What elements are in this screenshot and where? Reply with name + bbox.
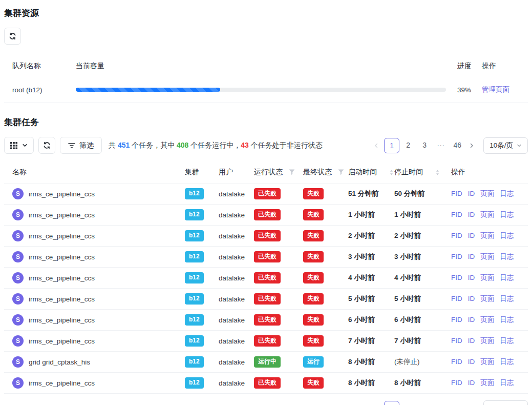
page-size-select[interactable]: 10条/页	[483, 400, 528, 405]
page-link[interactable]: 页面	[480, 295, 494, 302]
fid-link[interactable]: FID	[451, 274, 462, 281]
page-link[interactable]: 页面	[480, 274, 494, 281]
stop-time-sort-icon[interactable]	[435, 169, 440, 176]
page-3[interactable]: 3	[417, 138, 432, 153]
final-status-badge: 失败	[303, 293, 324, 305]
id-link[interactable]: ID	[468, 232, 475, 239]
log-link[interactable]: 日志	[500, 274, 514, 281]
final-status-badge: 运行	[303, 356, 324, 368]
tasks-refresh-button[interactable]	[38, 137, 55, 154]
fid-link[interactable]: FID	[451, 190, 462, 197]
refresh-icon	[43, 141, 51, 149]
fid-link[interactable]: FID	[451, 358, 462, 366]
page-link[interactable]: 页面	[480, 358, 494, 366]
fid-link[interactable]: FID	[451, 232, 462, 239]
fid-link[interactable]: FID	[451, 316, 462, 323]
final-status-badge: 失败	[303, 188, 324, 199]
task-name: irms_ce_pipeline_ccs	[29, 379, 95, 387]
page-link[interactable]: 页面	[480, 379, 494, 387]
id-link[interactable]: ID	[468, 190, 475, 197]
id-link[interactable]: ID	[468, 379, 475, 387]
resources-refresh-button[interactable]	[4, 28, 21, 45]
run-status-filter-icon[interactable]	[289, 169, 295, 175]
final-status-filter-icon[interactable]	[338, 169, 344, 175]
log-link[interactable]: 日志	[500, 190, 514, 197]
task-name: irms_ce_pipeline_ccs	[29, 337, 95, 345]
page-link[interactable]: 页面	[480, 337, 494, 345]
cluster-badge: b12	[185, 293, 204, 305]
log-link[interactable]: 日志	[500, 211, 514, 218]
page-link[interactable]: 页面	[480, 232, 494, 239]
progress-header: 进度	[457, 62, 482, 71]
log-link[interactable]: 日志	[500, 337, 514, 345]
page-2[interactable]: 2	[400, 401, 416, 405]
stop-time: 1 小时前	[394, 211, 421, 218]
page-link[interactable]: 页面	[480, 211, 494, 218]
final-status-badge: 失败	[303, 209, 324, 220]
user-header: 用户	[210, 162, 246, 184]
next-page-icon[interactable]	[465, 401, 478, 405]
stop-time: (未停止)	[394, 358, 420, 366]
task-user: datalake	[210, 310, 246, 331]
page-link[interactable]: 页面	[480, 316, 494, 323]
task-row: Sirms_ce_pipeline_ccs b12 datalake 已失败 失…	[4, 289, 528, 310]
id-link[interactable]: ID	[468, 253, 475, 260]
log-link[interactable]: 日志	[500, 295, 514, 302]
avatar: S	[12, 314, 24, 326]
start-time: 3 小时前	[348, 253, 375, 260]
cluster-badge: b12	[185, 230, 204, 241]
run-status-badge: 已失败	[254, 188, 281, 199]
stop-time-header: 停止时间	[386, 162, 443, 184]
task-user: datalake	[210, 373, 246, 394]
page-1[interactable]: 1	[384, 401, 399, 405]
id-link[interactable]: ID	[468, 274, 475, 281]
progress-value: 39%	[457, 86, 482, 94]
page-2[interactable]: 2	[400, 138, 416, 153]
page-3[interactable]: 3	[417, 401, 432, 405]
task-row: Sirms_ce_pipeline_ccs b12 datalake 已失败 失…	[4, 184, 528, 205]
fid-link[interactable]: FID	[451, 253, 462, 260]
fid-link[interactable]: FID	[451, 295, 462, 302]
cluster-tasks-title: 集群任务	[4, 116, 528, 128]
page-jump-ellipsis[interactable]: ···	[433, 401, 449, 405]
manage-page-link[interactable]: 管理页面	[482, 86, 509, 93]
final-status-badge: 失败	[303, 230, 324, 241]
id-link[interactable]: ID	[468, 337, 475, 345]
run-status-badge: 已失败	[254, 377, 281, 389]
tasks-summary: 共 451 个任务，其中 408 个任务运行中，43 个任务处于非运行状态	[109, 141, 323, 150]
column-settings-button[interactable]	[4, 137, 34, 154]
page-46[interactable]: 46	[450, 138, 465, 153]
start-time: 8 小时前	[348, 379, 375, 387]
fid-link[interactable]: FID	[451, 337, 462, 345]
task-name: irms_ce_pipeline_ccs	[29, 316, 95, 324]
log-link[interactable]: 日志	[500, 358, 514, 366]
log-link[interactable]: 日志	[500, 253, 514, 260]
task-row: Sirms_ce_pipeline_ccs b12 datalake 已失败 失…	[4, 310, 528, 331]
log-link[interactable]: 日志	[500, 232, 514, 239]
id-link[interactable]: ID	[468, 211, 475, 218]
page-link[interactable]: 页面	[480, 190, 494, 197]
task-user: datalake	[210, 226, 246, 247]
page: 集群资源 队列名称 当前容量 进度 操作 root (b12) 39%	[0, 0, 532, 405]
fid-link[interactable]: FID	[451, 379, 462, 387]
log-link[interactable]: 日志	[500, 379, 514, 387]
page-jump-ellipsis[interactable]: ···	[433, 138, 449, 153]
run-status-badge: 已失败	[254, 209, 281, 220]
page-1[interactable]: 1	[384, 138, 399, 153]
cluster-badge: b12	[185, 251, 204, 262]
start-time-sort-icon[interactable]	[389, 169, 394, 176]
fid-link[interactable]: FID	[451, 211, 462, 218]
log-link[interactable]: 日志	[500, 316, 514, 323]
page-link[interactable]: 页面	[480, 253, 494, 260]
page-size-select[interactable]: 10条/页	[483, 137, 528, 154]
next-page-icon[interactable]	[465, 138, 478, 153]
avatar: S	[12, 377, 24, 389]
id-link[interactable]: ID	[468, 316, 475, 323]
id-link[interactable]: ID	[468, 358, 475, 366]
name-header: 名称	[4, 162, 177, 184]
pagination-top: 1 2 3 ··· 46 10条/页	[370, 137, 528, 154]
filter-button[interactable]: 筛选	[60, 137, 102, 154]
queue-name-header: 队列名称	[4, 62, 76, 71]
page-46[interactable]: 46	[450, 401, 465, 405]
id-link[interactable]: ID	[468, 295, 475, 302]
